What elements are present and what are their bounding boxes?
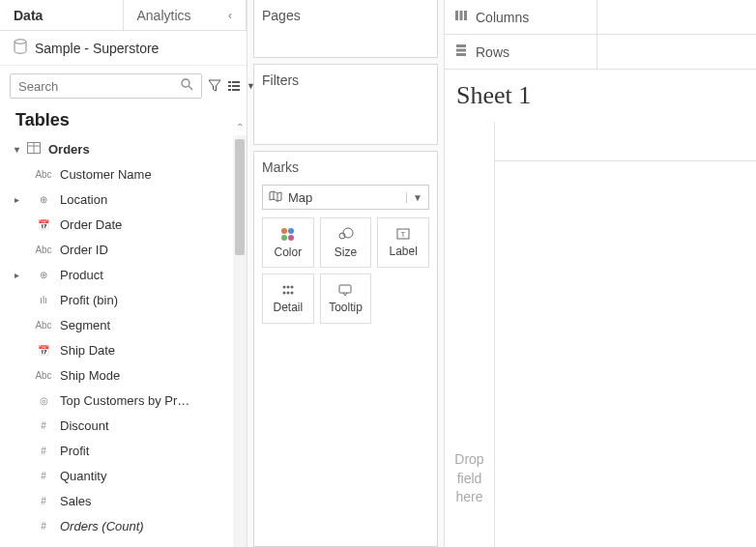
search-box[interactable] [10,73,202,99]
field-row[interactable]: #Discount [0,413,247,438]
dropdown-caret-icon[interactable]: ▼ [247,77,255,95]
field-label: Profit [60,444,89,458]
marks-title: Marks [262,159,429,175]
field-row[interactable]: AbcCustomer Name [0,161,247,187]
field-type-icon: 📅 [35,219,52,230]
view-options-icon[interactable] [227,77,241,95]
tab-analytics[interactable]: Analytics ‹ [124,0,247,30]
field-row[interactable]: #Sales [0,488,247,513]
marks-color-button[interactable]: Color [262,217,314,268]
field-type-icon: ◎ [35,395,52,406]
marks-label-button[interactable]: T Label [377,217,429,268]
marks-tooltip-label: Tooltip [329,301,363,314]
svg-point-14 [281,228,287,234]
marks-card: Marks Map ▼ Color Size T La [253,151,438,547]
svg-rect-32 [456,44,466,47]
filter-icon[interactable] [208,77,221,95]
field-row[interactable]: AbcOrder ID [0,237,247,262]
scroll-up-icon[interactable]: ⌃ [233,122,247,132]
field-type-icon: # [35,446,52,456]
svg-rect-7 [228,89,231,91]
svg-point-22 [282,286,285,289]
svg-point-1 [182,79,189,87]
field-label: Ship Date [60,343,115,358]
field-row[interactable]: ▸⊕Product [0,262,247,287]
svg-point-19 [343,228,353,238]
marks-label-label: Label [389,245,417,258]
field-label: Order ID [60,243,108,257]
collapse-sidebar-icon[interactable]: ‹ [228,9,232,22]
rows-shelf[interactable]: Rows [445,35,756,70]
svg-rect-8 [232,89,240,91]
chevron-down-icon[interactable]: ▼ [406,192,422,203]
field-type-icon: Abc [35,169,52,180]
search-input[interactable] [18,79,181,94]
svg-rect-28 [339,285,351,293]
field-type-icon: ⊕ [35,270,52,280]
field-row[interactable]: #Orders (Count) [0,513,247,538]
field-label: Ship Mode [60,368,120,383]
filters-card[interactable]: Filters [253,64,438,145]
columns-shelf[interactable]: Columns [445,0,756,35]
tab-data[interactable]: Data [0,0,124,30]
svg-point-16 [281,235,287,241]
field-row[interactable]: #Profit [0,438,247,463]
svg-rect-6 [232,85,240,87]
marks-size-label: Size [334,245,357,259]
scrollbar[interactable]: ⌃ [233,135,247,547]
svg-rect-31 [464,11,467,20]
field-row[interactable]: ılıProfit (bin) [0,287,247,312]
field-label: Product [60,268,103,282]
field-type-icon: Abc [35,245,52,255]
pages-card[interactable]: Pages [253,0,438,58]
svg-point-15 [288,228,294,234]
field-row[interactable]: #Quantity [0,463,247,488]
table-icon [27,142,41,157]
pages-title: Pages [262,8,429,23]
datasource-row[interactable]: Sample - Superstore [0,31,247,66]
svg-point-27 [290,292,293,295]
svg-point-17 [288,235,294,241]
svg-point-23 [286,286,289,289]
expand-icon[interactable]: ▸ [10,194,23,205]
marks-detail-button[interactable]: Detail [262,274,314,324]
svg-rect-30 [460,11,463,20]
datasource-label: Sample - Superstore [35,41,159,56]
field-label: Location [60,192,107,207]
field-label: Top Customers by Pr… [60,393,189,408]
scroll-thumb[interactable] [235,139,245,255]
field-label: Segment [60,318,110,332]
field-row[interactable]: ▸⊕Location [0,187,247,212]
field-type-icon: # [35,521,52,532]
field-row[interactable]: AbcShip Mode [0,362,247,388]
rows-drop-zone[interactable]: Dropfieldhere [445,122,495,547]
svg-rect-4 [232,81,240,83]
marks-size-button[interactable]: Size [320,217,372,268]
table-header-row[interactable]: ▾ Orders [0,136,247,161]
drop-hint: Dropfieldhere [449,450,490,507]
field-row[interactable]: 📅Ship Date [0,337,247,362]
expand-icon[interactable]: ▾ [10,144,23,155]
field-row[interactable]: ◎Top Customers by Pr… [0,388,247,413]
fields-tree: ▾ Orders AbcCustomer Name▸⊕Location📅Orde… [0,136,247,547]
expand-icon[interactable]: ▸ [10,270,23,280]
svg-rect-3 [228,81,231,83]
svg-point-25 [282,292,285,295]
tab-analytics-label: Analytics [137,8,191,23]
field-row[interactable]: AbcSegment [0,312,247,337]
svg-point-24 [290,286,293,289]
sheet-title[interactable]: Sheet 1 [456,81,756,110]
map-icon [269,190,282,205]
field-label: Order Date [60,217,122,232]
marks-tooltip-button[interactable]: Tooltip [320,274,372,324]
svg-point-0 [15,40,26,43]
mark-type-select[interactable]: Map ▼ [262,185,429,210]
svg-rect-34 [456,53,466,56]
rows-label: Rows [476,44,509,60]
field-row[interactable]: 📅Order Date [0,212,247,237]
canvas-divider [495,160,756,161]
field-type-icon: # [35,420,52,431]
field-label: Quantity [60,469,106,483]
tables-header: Tables [0,106,247,136]
field-type-icon: 📅 [35,345,52,356]
